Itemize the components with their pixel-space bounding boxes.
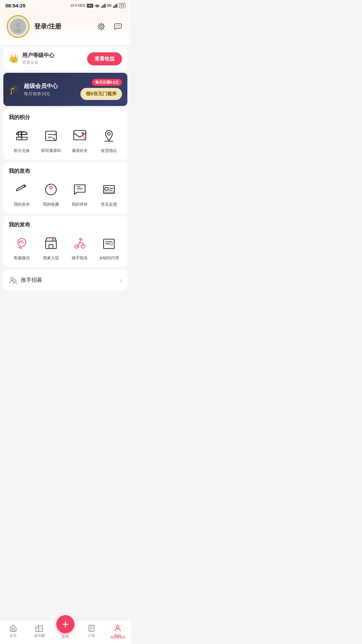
rider-item[interactable]: 骑手报名 <box>67 234 93 261</box>
recruiter-label: 推手招募 <box>21 277 42 284</box>
level-info: 用户等级中心 普通会员 <box>22 52 54 65</box>
recruiter-person-icon <box>9 276 17 284</box>
rider-icon <box>70 234 89 253</box>
svg-point-12 <box>118 25 118 26</box>
svg-point-45 <box>13 280 16 282</box>
invite-code-item[interactable]: 填写邀请码 <box>38 126 64 154</box>
svg-rect-33 <box>49 245 53 249</box>
service-section-title: 我的发布 <box>9 221 122 228</box>
feedback-label: 意见反馈 <box>101 202 117 207</box>
signal-icon <box>101 4 106 8</box>
svg-rect-24 <box>105 187 108 190</box>
my-publish-item[interactable]: 我的发布 <box>9 180 35 207</box>
points-grid: 积分兑换 填写邀请码 <box>9 126 122 154</box>
wifi-icon <box>95 4 100 8</box>
svg-point-13 <box>119 25 120 26</box>
publish-section-title: 我的发布 <box>9 168 122 175</box>
message-icon <box>114 22 122 31</box>
invite-friend-icon <box>70 126 89 145</box>
svg-rect-3 <box>105 4 106 8</box>
points-exchange-item[interactable]: 积分兑换 <box>9 126 35 154</box>
status-bar: 08:54:25 10.0 KB/S HD 5G 93 <box>0 0 131 10</box>
svg-point-42 <box>111 244 112 245</box>
feedback-item[interactable]: 意见反馈 <box>96 180 122 207</box>
profile-header-icons <box>95 20 124 33</box>
merchant-item[interactable]: 商家入驻 <box>38 234 64 261</box>
agent-label: 乡镇招代理 <box>99 255 119 261</box>
svg-rect-4 <box>113 6 114 8</box>
super-right: 每月仅需9.8元 领6张无门槛券 <box>80 79 122 100</box>
battery-level: 93 <box>119 3 125 8</box>
level-title: 用户等级中心 <box>22 52 54 59</box>
profile-header: 登录/注册 <box>0 10 131 45</box>
invite-code-label: 填写邀请码 <box>41 148 61 154</box>
profile-login-text[interactable]: 登录/注册 <box>34 22 61 31</box>
svg-rect-0 <box>101 6 102 8</box>
recruiter-left: 推手招募 <box>9 276 42 284</box>
svg-point-31 <box>23 242 24 243</box>
agent-icon <box>100 234 118 253</box>
super-member-card: 🎓 超级会员中心 每月领券18元 每月仅需9.8元 领6张无门槛券 <box>3 73 127 106</box>
my-publish-icon <box>12 180 31 199</box>
svg-point-18 <box>22 131 23 132</box>
feedback-icon <box>100 180 118 199</box>
points-exchange-label: 积分兑换 <box>14 148 30 154</box>
svg-point-9 <box>14 28 22 33</box>
avatar-icon <box>10 18 26 35</box>
customer-service-icon <box>12 234 31 253</box>
svg-rect-1 <box>102 5 103 8</box>
svg-point-16 <box>17 132 19 133</box>
recruiter-card[interactable]: 推手招募 › <box>3 270 127 290</box>
earnings-button[interactable]: 查看收益 <box>87 52 122 65</box>
publish-grid: 我的发布 我的收藏 我的评价 <box>9 180 122 207</box>
customer-service-item[interactable]: 客服微信 <box>9 234 35 261</box>
svg-rect-6 <box>115 4 116 8</box>
invite-code-icon <box>42 126 60 145</box>
coupon-button[interactable]: 领6张无门槛券 <box>80 88 122 100</box>
my-collect-item[interactable]: 我的收藏 <box>38 180 64 207</box>
level-left: 👑 用户等级中心 普通会员 <box>9 52 54 65</box>
super-title: 超级会员中心 <box>24 82 58 90</box>
status-time: 08:54:25 <box>5 3 25 8</box>
invite-friend-item[interactable]: 邀请好友 <box>67 126 93 154</box>
level-center-card: 👑 用户等级中心 普通会员 查看收益 <box>3 47 127 70</box>
message-button[interactable] <box>112 20 124 33</box>
my-review-label: 我的评价 <box>72 202 88 207</box>
svg-rect-20 <box>74 130 86 140</box>
signal-5g: 5G <box>107 4 112 7</box>
svg-point-8 <box>16 23 20 28</box>
hd-badge: HD <box>87 4 93 8</box>
profile-left: 登录/注册 <box>7 15 61 38</box>
svg-point-21 <box>108 132 110 135</box>
svg-point-44 <box>11 277 13 280</box>
svg-point-17 <box>20 131 21 132</box>
address-label: 收货地址 <box>101 148 117 154</box>
person-icon <box>12 20 24 33</box>
my-collect-icon <box>42 180 60 199</box>
my-review-icon <box>70 180 89 199</box>
customer-service-label: 客服微信 <box>14 255 30 261</box>
svg-point-10 <box>100 25 103 28</box>
invite-friend-label: 邀请好友 <box>72 148 88 154</box>
address-item[interactable]: 收货地址 <box>96 126 122 154</box>
merchant-icon <box>42 234 60 253</box>
merchant-label: 商家入驻 <box>43 255 59 261</box>
settings-button[interactable] <box>95 20 107 33</box>
svg-point-29 <box>20 242 21 243</box>
my-review-item[interactable]: 我的评价 <box>67 180 93 207</box>
chevron-right-icon: › <box>120 277 122 284</box>
super-subtitle: 每月领券18元 <box>24 91 58 97</box>
level-subtitle: 普通会员 <box>22 60 54 65</box>
points-exchange-icon <box>12 126 31 145</box>
agent-item[interactable]: 乡镇招代理 <box>96 234 122 261</box>
svg-rect-5 <box>114 5 115 8</box>
my-collect-label: 我的收藏 <box>43 202 59 207</box>
avatar[interactable] <box>7 15 29 38</box>
address-icon <box>100 126 118 145</box>
network-speed: 10.0 KB/S <box>70 4 85 7</box>
gear-icon <box>97 22 106 31</box>
price-badge: 每月仅需9.8元 <box>92 79 122 86</box>
svg-rect-7 <box>116 4 117 8</box>
svg-rect-2 <box>104 4 105 8</box>
publish-section: 我的发布 我的发布 我的收藏 <box>3 162 127 213</box>
